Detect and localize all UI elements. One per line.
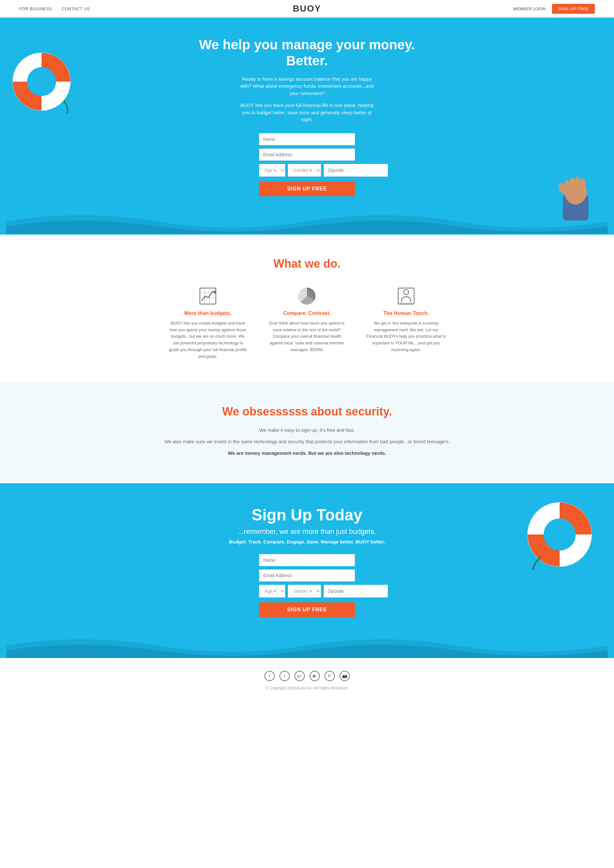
hero-gender-select[interactable]: Gender ▾ — [288, 164, 321, 177]
signup-today-form: Age ▾ Gender ▾ SIGN UP FREE — [259, 554, 355, 617]
hero-zipcode-input[interactable] — [324, 164, 388, 177]
features-container: More than budgets. BUOY lets you create … — [163, 286, 451, 360]
feature-human: The Human Touch. We get it. Not everyone… — [366, 286, 446, 360]
human-icon — [366, 286, 446, 306]
feature-compare: Compare. Contrast. Ever think about how … — [267, 286, 347, 360]
social-facebook[interactable]: f — [265, 671, 275, 681]
hero-name-input[interactable] — [259, 133, 355, 145]
what-we-do-title: What we do. — [6, 257, 608, 271]
compare-icon — [267, 286, 347, 306]
security-line1: We make it easy to sign-up. It's free an… — [6, 426, 608, 434]
feature-budgets: More than budgets. BUOY lets you create … — [168, 286, 248, 360]
hero-signup-button[interactable]: SIGN UP FREE — [259, 182, 355, 196]
svg-rect-7 — [575, 177, 580, 193]
svg-point-2 — [27, 67, 56, 96]
nav-left: FOR BUSINESS CONTACT US — [19, 6, 90, 11]
hero-subtitle1: Ready to have a savings account balance … — [240, 76, 374, 97]
signup-today-age-select[interactable]: Age ▾ — [259, 585, 285, 597]
social-icons-container: f t g+ ▶ P 📷 — [6, 671, 608, 681]
nav-member-login[interactable]: MEMBER LOGIN — [513, 6, 546, 11]
feature-compare-description: Ever think about how much you spend or s… — [267, 320, 347, 353]
hero-waves — [6, 209, 608, 235]
hero-form-row: Age ▾ Gender ▾ — [259, 164, 355, 177]
svg-rect-8 — [581, 178, 585, 194]
security-line2: We also make sure we invest in the same … — [6, 438, 608, 445]
svg-rect-10 — [200, 288, 216, 304]
signup-today-section: Sign Up Today ...remember, we are more t… — [0, 483, 614, 658]
security-title: We obsessssss about security. — [6, 405, 608, 418]
hero-email-input[interactable] — [259, 148, 355, 161]
life-ring-bottom-decoration — [524, 499, 595, 571]
life-ring-left-decoration — [9, 50, 74, 114]
signup-today-form-row: Age ▾ Gender ▾ — [259, 585, 355, 597]
signup-today-title: Sign Up Today — [6, 506, 608, 524]
footer: f t g+ ▶ P 📷 © Copyright 2016 Buoy Inc. … — [0, 658, 614, 703]
feature-human-description: We get it. Not everyone is a money manag… — [366, 320, 446, 353]
social-pinterest[interactable]: P — [325, 671, 335, 681]
svg-rect-6 — [570, 177, 574, 193]
nav-contact-us[interactable]: CONTACT US — [62, 6, 90, 11]
signup-today-zipcode-input[interactable] — [324, 585, 388, 597]
security-line3: We are money management nerds. But we ar… — [6, 450, 608, 457]
social-twitter[interactable]: t — [279, 671, 290, 681]
nav-right: MEMBER LOGIN SIGN UP FREE — [513, 4, 595, 14]
svg-point-21 — [544, 518, 575, 551]
signup-today-button[interactable]: SIGN UP FREE — [259, 602, 355, 617]
footer-copyright: © Copyright 2016 Buoy Inc. All Rights Re… — [6, 686, 608, 691]
security-section: We obsessssss about security. We make it… — [0, 383, 614, 483]
nav-logo: BUOY — [293, 3, 321, 14]
svg-point-17 — [403, 290, 409, 295]
signup-today-name-input[interactable] — [259, 554, 355, 566]
navbar: FOR BUSINESS CONTACT US BUOY MEMBER LOGI… — [0, 0, 614, 18]
budgets-icon — [168, 286, 248, 306]
nav-signup-button[interactable]: SIGN UP FREE — [552, 4, 595, 14]
svg-rect-16 — [398, 288, 414, 304]
hero-section: We help you manage your money. Better. R… — [0, 18, 614, 235]
signup-today-waves — [6, 633, 608, 658]
what-we-do-section: What we do. More than budgets. B — [0, 235, 614, 383]
feature-budgets-title: More than budgets. — [168, 310, 248, 316]
hero-title: We help you manage your money. Better. — [195, 37, 419, 69]
feature-human-title: The Human Touch. — [366, 310, 446, 316]
social-googleplus[interactable]: g+ — [295, 671, 305, 681]
signup-today-email-input[interactable] — [259, 569, 355, 582]
hero-signup-form: Age ▾ Gender ▾ SIGN UP FREE — [259, 133, 355, 196]
signup-today-tagline2: Budget. Track. Compare. Engage. Save. Ma… — [6, 539, 608, 544]
hero-age-select[interactable]: Age ▾ — [259, 164, 285, 177]
hero-subtitle2: BUOY lets you track your full financial … — [240, 102, 374, 124]
social-instagram[interactable]: 📷 — [340, 671, 350, 681]
social-youtube[interactable]: ▶ — [310, 671, 320, 681]
signup-today-gender-select[interactable]: Gender ▾ — [288, 585, 321, 597]
nav-for-business[interactable]: FOR BUSINESS — [19, 6, 52, 11]
signup-today-tagline: ...remember, we are more than just budge… — [6, 527, 608, 536]
feature-compare-title: Compare. Contrast. — [267, 310, 347, 316]
feature-budgets-description: BUOY lets you create budgets and track h… — [168, 320, 248, 360]
